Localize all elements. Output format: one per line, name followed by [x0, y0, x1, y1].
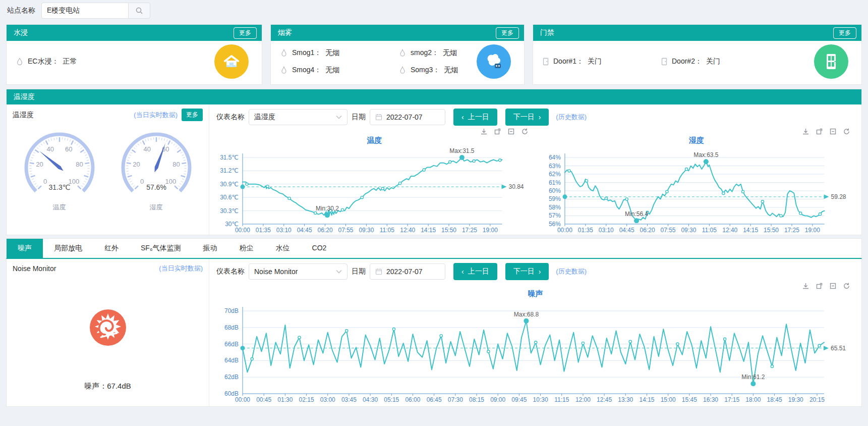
- svg-text:01:35: 01:35: [256, 227, 271, 234]
- tab-water-level[interactable]: 水位: [265, 239, 301, 258]
- refresh-icon[interactable]: [843, 128, 850, 135]
- svg-text:68dB: 68dB: [224, 324, 239, 331]
- next-day-button[interactable]: 下一日 ›: [505, 109, 549, 126]
- realtime-data-link[interactable]: (当日实时数据): [159, 264, 203, 273]
- zoom-reset-icon[interactable]: [494, 128, 501, 135]
- noise-summary-section: Noise Monitor (当日实时数据) 噪声：67.4dB: [7, 259, 209, 406]
- charts-row: 温度 30℃30.3℃30.6℃30.9℃31.2℃31.5℃00:0001:3…: [216, 127, 854, 235]
- item-label: Smog1：: [292, 48, 321, 58]
- door-access-card: 门禁 更多 Door#1：关门 Door#2：关门: [533, 24, 862, 85]
- svg-text:31.2℃: 31.2℃: [220, 167, 239, 174]
- door-icon: [661, 58, 668, 66]
- svg-text:17:25: 17:25: [784, 227, 799, 234]
- svg-text:07:55: 07:55: [660, 227, 675, 234]
- date-picker[interactable]: 2022-07-07: [370, 109, 445, 125]
- chart-toolbar: [480, 128, 529, 135]
- humidity-chart: 湿度 56%57%58%59%60%61%62%63%64%00:0001:35…: [539, 127, 855, 235]
- th-more-button[interactable]: 更多: [182, 109, 203, 121]
- svg-text:Min:30.2: Min:30.2: [316, 205, 339, 212]
- meter-select[interactable]: 温湿度: [249, 109, 348, 125]
- chart-title: 噪声: [216, 289, 854, 299]
- svg-text:03:45: 03:45: [341, 396, 357, 403]
- prev-day-button[interactable]: ‹ 上一日: [453, 109, 497, 126]
- svg-text:06:20: 06:20: [318, 227, 333, 234]
- gauge-label: 湿度: [108, 203, 204, 212]
- svg-text:00:45: 00:45: [256, 396, 271, 403]
- download-icon[interactable]: [802, 282, 809, 290]
- refresh-icon[interactable]: [521, 128, 529, 135]
- door-more-button[interactable]: 更多: [833, 27, 856, 39]
- noise-value: 67.4dB: [107, 382, 131, 390]
- svg-text:06:20: 06:20: [640, 227, 655, 234]
- card-header: 水浸 更多: [7, 25, 262, 41]
- substation-dashboard: 站点名称 水浸 更多 EC水浸：正常: [0, 0, 868, 426]
- svg-text:64dB: 64dB: [224, 357, 239, 364]
- humidity-gauge-block: 02040608010057.6% 湿度: [108, 126, 204, 212]
- water-more-button[interactable]: 更多: [234, 27, 257, 39]
- humidity-gauge: 02040608010057.6%: [108, 126, 204, 202]
- noise-icon-wrap: [13, 273, 203, 382]
- chevron-down-icon: [336, 115, 342, 119]
- download-icon[interactable]: [802, 128, 809, 135]
- search-button[interactable]: [128, 3, 150, 19]
- zoom-reset-icon[interactable]: [816, 128, 823, 135]
- refresh-icon[interactable]: [843, 282, 850, 290]
- svg-text:04:45: 04:45: [619, 227, 634, 234]
- meter-select-value: 温湿度: [254, 113, 275, 122]
- svg-text:18:45: 18:45: [767, 396, 782, 403]
- svg-text:80: 80: [172, 161, 180, 168]
- svg-text:00:00: 00:00: [557, 227, 572, 234]
- svg-text:04:45: 04:45: [297, 227, 312, 234]
- item-value: 无烟: [444, 66, 458, 75]
- zoom-area-icon[interactable]: [829, 282, 837, 290]
- svg-text:09:30: 09:30: [681, 227, 696, 234]
- realtime-data-link[interactable]: (当日实时数据): [134, 111, 178, 120]
- history-data-link[interactable]: (历史数据): [556, 113, 587, 122]
- tab-dust[interactable]: 粉尘: [228, 239, 265, 258]
- svg-text:Max:68.8: Max:68.8: [514, 311, 539, 318]
- meter-name-label: 仪表名称: [216, 267, 245, 276]
- svg-text:31.3℃: 31.3℃: [48, 183, 70, 191]
- zoom-area-icon[interactable]: [829, 128, 837, 135]
- date-picker[interactable]: 2022-07-07: [370, 263, 445, 280]
- chart-toolbar: [802, 128, 850, 135]
- zoom-area-icon[interactable]: [507, 128, 515, 135]
- svg-text:18:00: 18:00: [745, 396, 761, 403]
- svg-text:57%: 57%: [548, 212, 560, 219]
- svg-text:08:15: 08:15: [469, 396, 484, 403]
- svg-text:20:15: 20:15: [809, 396, 825, 403]
- svg-text:Min:61.2: Min:61.2: [741, 374, 765, 381]
- smoke-more-button[interactable]: 更多: [496, 27, 519, 39]
- tab-sf6-gas[interactable]: SF₆气体监测: [130, 239, 192, 258]
- svg-text:61%: 61%: [548, 179, 560, 186]
- prev-day-button[interactable]: ‹ 上一日: [453, 263, 497, 280]
- water-immersion-card: 水浸 更多 EC水浸：正常: [6, 24, 262, 85]
- site-search-input[interactable]: [41, 3, 128, 19]
- next-day-button[interactable]: 下一日 ›: [505, 263, 549, 280]
- meter-select[interactable]: Noise Monitor: [249, 263, 348, 280]
- list-item: Door#2：关门: [661, 57, 720, 66]
- zoom-reset-icon[interactable]: [816, 282, 823, 290]
- svg-text:80: 80: [76, 161, 83, 168]
- temperature-gauge-block: 02040608010031.3℃ 温度: [12, 126, 107, 212]
- calendar-icon: [375, 268, 382, 275]
- download-icon[interactable]: [480, 128, 488, 135]
- tab-co2[interactable]: CO2: [301, 239, 338, 258]
- tab-vibration[interactable]: 振动: [192, 239, 228, 258]
- tab-infrared[interactable]: 红外: [93, 239, 130, 258]
- svg-text:14:15: 14:15: [743, 227, 758, 234]
- item-label: Door#1：: [553, 57, 584, 66]
- item-value: 正常: [63, 57, 77, 66]
- svg-text:64%: 64%: [548, 154, 560, 161]
- tab-noise[interactable]: 噪声: [7, 239, 43, 258]
- history-data-link[interactable]: (历史数据): [556, 267, 587, 276]
- svg-text:66dB: 66dB: [224, 341, 239, 348]
- svg-text:30.9℃: 30.9℃: [220, 181, 239, 188]
- noise-current-value: 噪声：67.4dB: [13, 382, 203, 391]
- smoke-items: Smog1：无烟 smog2：无烟 Smog4：无烟 Somg3：无烟: [280, 48, 458, 75]
- date-value: 2022-07-07: [386, 268, 423, 276]
- item-label: Smog4：: [292, 66, 321, 75]
- tab-partial-discharge[interactable]: 局部放电: [43, 239, 93, 258]
- list-item: Smog1：无烟: [280, 48, 398, 58]
- svg-text:15:00: 15:00: [661, 396, 676, 403]
